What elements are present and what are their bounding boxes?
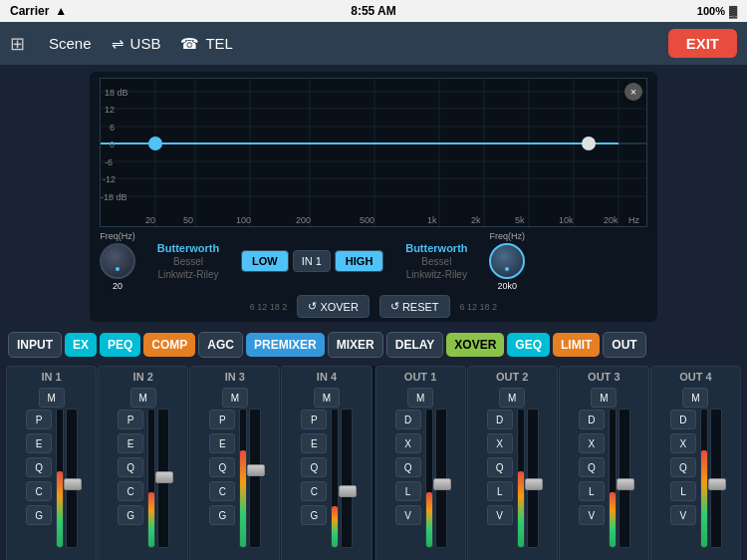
out3-q-button[interactable]: Q — [579, 457, 605, 477]
in3-p-button[interactable]: P — [209, 410, 235, 429]
in3-e-button[interactable]: E — [209, 433, 235, 453]
out2-l-button[interactable]: L — [487, 481, 513, 501]
proc-input-button[interactable]: INPUT — [8, 332, 62, 358]
in4-fader-track[interactable] — [341, 409, 353, 548]
in2-c-button[interactable]: C — [118, 481, 143, 501]
proc-xover-button[interactable]: XOVER — [446, 333, 504, 357]
out1-l-button[interactable]: L — [395, 481, 421, 501]
in1-q-button[interactable]: Q — [26, 457, 52, 477]
in4-m-button[interactable]: M — [314, 388, 340, 408]
out2-m-button[interactable]: M — [499, 388, 525, 408]
in2-fader-track[interactable] — [157, 409, 169, 548]
tel-label: TEL — [205, 35, 233, 52]
out4-x-button[interactable]: X — [670, 433, 696, 453]
out3-x-button[interactable]: X — [579, 433, 605, 453]
out3-fader-track[interactable] — [619, 409, 630, 548]
left-filter-option1: Bessel — [143, 256, 233, 267]
out4-fader-thumb[interactable] — [708, 478, 726, 490]
out4-l-button[interactable]: L — [670, 481, 696, 501]
proc-limit-button[interactable]: LIMIT — [553, 333, 600, 357]
scene-item[interactable]: Scene — [49, 35, 92, 52]
out1-q-button[interactable]: Q — [395, 457, 421, 477]
svg-text:20k: 20k — [604, 215, 619, 225]
in3-fader-thumb[interactable] — [247, 464, 265, 476]
in2-g-button[interactable]: G — [118, 505, 143, 525]
in3-c-button[interactable]: C — [209, 481, 235, 501]
out1-fader-track[interactable] — [435, 409, 447, 548]
out1-d-button[interactable]: D — [395, 410, 421, 429]
low-button[interactable]: LOW — [241, 250, 289, 272]
in3-fader-track[interactable] — [249, 409, 261, 548]
svg-text:0: 0 — [110, 140, 115, 149]
in2-m-button[interactable]: M — [130, 388, 156, 408]
out2-d-button[interactable]: D — [487, 410, 513, 429]
in3-q-button[interactable]: Q — [209, 457, 235, 477]
svg-text:100: 100 — [236, 215, 251, 225]
out1-fader-thumb[interactable] — [433, 478, 451, 490]
right-filter-option2: Linkwitz-Riley — [391, 269, 481, 280]
out3-v-button[interactable]: V — [579, 505, 605, 525]
out2-x-button[interactable]: X — [487, 433, 513, 453]
out1-v-button[interactable]: V — [395, 505, 421, 525]
out3-l-button[interactable]: L — [579, 481, 605, 501]
usb-item[interactable]: ⇌ USB — [112, 35, 161, 53]
in1-p-button[interactable]: P — [26, 410, 52, 429]
right-freq-knob[interactable] — [489, 243, 525, 279]
reset-button[interactable]: ↺ RESET — [379, 295, 450, 318]
left-freq-knob[interactable] — [100, 243, 135, 279]
proc-geq-button[interactable]: GEQ — [507, 333, 550, 357]
out4-m-button[interactable]: M — [682, 388, 708, 408]
xover-button[interactable]: ↺ XOVER — [297, 295, 370, 318]
in1-fader-thumb[interactable] — [64, 478, 82, 490]
out2-q-button[interactable]: Q — [487, 457, 513, 477]
in1-c-button[interactable]: C — [26, 481, 52, 501]
proc-mixer-button[interactable]: MIXER — [328, 332, 383, 358]
out2-fader-thumb[interactable] — [525, 478, 543, 490]
proc-comp-button[interactable]: COMP — [143, 333, 195, 357]
in3-m-button[interactable]: M — [222, 388, 248, 408]
proc-agc-button[interactable]: AGC — [198, 332, 243, 358]
eq-close-button[interactable]: × — [624, 83, 642, 101]
out3-d-button[interactable]: D — [579, 410, 605, 429]
in4-g-button[interactable]: G — [301, 505, 327, 525]
out4-v-button[interactable]: V — [670, 505, 696, 525]
high-button[interactable]: HIGH — [335, 250, 384, 272]
in4-fader-thumb[interactable] — [339, 485, 357, 497]
out2-fader-track[interactable] — [527, 409, 539, 548]
in2-fader-thumb[interactable] — [155, 471, 173, 483]
out3-fader-thumb[interactable] — [617, 478, 634, 490]
in1-m-button[interactable]: M — [39, 388, 65, 408]
out3-m-button[interactable]: M — [591, 388, 617, 408]
proc-premixer-button[interactable]: PREMIXER — [246, 333, 325, 357]
in4-q-button[interactable]: Q — [301, 457, 327, 477]
out4-d-button[interactable]: D — [670, 410, 696, 429]
proc-delay-button[interactable]: DELAY — [386, 332, 444, 358]
svg-text:-18 dB: -18 dB — [101, 192, 127, 202]
in4-e-button[interactable]: E — [301, 433, 327, 453]
svg-text:200: 200 — [296, 215, 311, 225]
in2-p-button[interactable]: P — [118, 410, 143, 429]
eq-point-left[interactable] — [148, 137, 162, 150]
out4-fader-track[interactable] — [710, 409, 722, 548]
in1-fader-track[interactable] — [66, 409, 78, 548]
proc-out-button[interactable]: OUT — [603, 332, 645, 358]
in4-c-button[interactable]: C — [301, 481, 327, 501]
in3-g-button[interactable]: G — [209, 505, 235, 525]
proc-ex-button[interactable]: EX — [65, 333, 97, 357]
svg-text:5k: 5k — [515, 215, 525, 225]
left-filter-selected: Butterworth — [143, 242, 233, 254]
left-filter-option2: Linkwitz-Riley — [143, 269, 233, 280]
out1-m-button[interactable]: M — [407, 388, 433, 408]
in1-g-button[interactable]: G — [26, 505, 52, 525]
in2-e-button[interactable]: E — [118, 433, 143, 453]
in1-e-button[interactable]: E — [26, 433, 52, 453]
tel-item[interactable]: ☎ TEL — [180, 35, 233, 53]
exit-button[interactable]: EXIT — [668, 29, 737, 58]
proc-peq-button[interactable]: PEQ — [100, 333, 140, 357]
out4-q-button[interactable]: Q — [670, 457, 696, 477]
out1-x-button[interactable]: X — [395, 433, 421, 453]
in4-p-button[interactable]: P — [301, 410, 327, 429]
eq-point-right[interactable] — [582, 137, 596, 150]
in2-q-button[interactable]: Q — [118, 457, 143, 477]
out2-v-button[interactable]: V — [487, 505, 513, 525]
